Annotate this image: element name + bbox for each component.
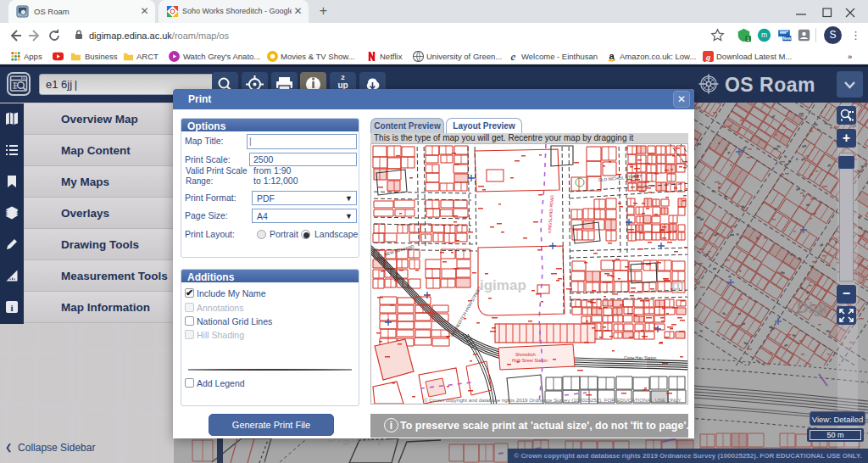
svg-text:© Crown copyright and database: © Crown copyright and database rights 20… xyxy=(424,397,682,403)
svg-text:Shoreditch: Shoreditch xyxy=(515,352,536,357)
svg-text:e: e xyxy=(511,51,516,62)
svg-text:g: g xyxy=(705,53,710,62)
svg-text:gi: gi xyxy=(671,277,684,293)
svg-text:m: m xyxy=(761,31,767,39)
svg-text:a: a xyxy=(609,51,615,61)
svg-text:igimap: igimap xyxy=(480,277,526,293)
svg-text:New: New xyxy=(783,36,792,41)
svg-text:Corte Hay Staton: Corte Hay Staton xyxy=(624,355,657,360)
svg-text:i: i xyxy=(10,303,13,313)
